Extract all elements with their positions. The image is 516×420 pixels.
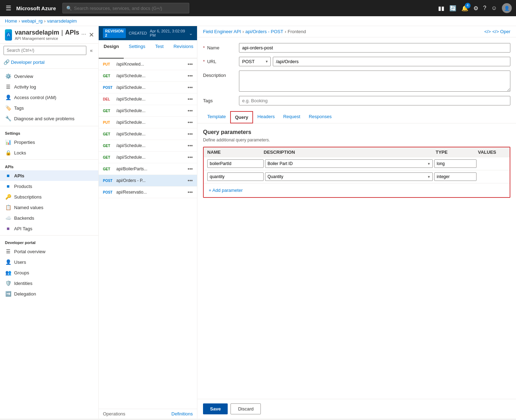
breadcrumb-api[interactable]: Field Engineer API: [203, 29, 241, 34]
api-more-icon[interactable]: •••: [188, 131, 193, 137]
properties-icon: 📊: [5, 139, 11, 145]
sidebar-item-properties[interactable]: 📊 Properties: [0, 137, 98, 147]
param-row: Quantity: [204, 170, 510, 183]
tab-responses[interactable]: Responses: [305, 111, 336, 123]
api-list-item[interactable]: POST /api/Schedule... •••: [99, 82, 197, 93]
dev-portal-link[interactable]: 🔗 Developer portal: [0, 57, 98, 67]
param-desc-select[interactable]: Boiler Part ID: [265, 159, 433, 168]
api-list-item[interactable]: GET /api/Schedule... •••: [99, 140, 197, 152]
open-button[interactable]: </> </> Oper: [484, 29, 510, 34]
notifications-icon[interactable]: 🔔 4: [461, 5, 468, 12]
param-desc-select[interactable]: Quantity: [265, 172, 433, 181]
api-list-item[interactable]: POST api/Reservatio... •••: [99, 187, 197, 198]
discard-button[interactable]: Discard: [231, 403, 261, 414]
sidebar-item-groups[interactable]: 👥 Groups: [0, 267, 98, 278]
sidebar-item-tags[interactable]: 🏷️ Tags: [0, 103, 98, 113]
inner-tabs: Template Query Headers Request Responses: [197, 111, 516, 123]
sidebar-item-users[interactable]: 👤 Users: [0, 257, 98, 267]
revision-bar: REVISION 2 CREATED Apr 6, 2021, 3:02:09 …: [99, 26, 197, 40]
definitions-link[interactable]: Definitions: [171, 411, 193, 416]
revision-chevron-icon[interactable]: ⌄: [189, 31, 193, 36]
feedback-icon[interactable]: ☺: [491, 5, 497, 11]
tab-request[interactable]: Request: [279, 111, 304, 123]
separator-devportal: [0, 235, 98, 236]
sidebar-item-products[interactable]: ■ Products: [0, 181, 98, 191]
sidebar-item-portal-overview[interactable]: ☰ Portal overview: [0, 246, 98, 257]
api-more-icon[interactable]: •••: [188, 73, 193, 79]
api-list-item[interactable]: GET /api/Schedule... •••: [99, 105, 197, 117]
api-more-icon[interactable]: •••: [188, 154, 193, 160]
sidebar-item-delegation[interactable]: ➡️ Delegation: [0, 288, 98, 299]
close-button[interactable]: ✕: [89, 31, 94, 39]
api-more-icon[interactable]: •••: [188, 166, 193, 172]
breadcrumb-rg[interactable]: webapi_rg: [22, 18, 43, 24]
api-list-item[interactable]: GET api/BoilerParts... •••: [99, 163, 197, 175]
breadcrumb-operation[interactable]: api/Orders - POST: [245, 29, 283, 34]
tab-settings[interactable]: Settings: [124, 40, 150, 59]
api-more-icon[interactable]: •••: [188, 189, 193, 195]
api-more-icon[interactable]: •••: [188, 120, 193, 125]
separator-apis: [0, 159, 98, 160]
portal-settings-icon[interactable]: 🔄: [449, 5, 456, 12]
param-type-input[interactable]: [434, 159, 477, 168]
diagnose-icon: 🔧: [5, 116, 11, 121]
param-name-input[interactable]: [207, 159, 264, 168]
tab-headers[interactable]: Headers: [253, 111, 279, 123]
url-path-input[interactable]: [273, 57, 510, 66]
api-list-item[interactable]: DEL /api/Schedule... •••: [99, 93, 197, 105]
api-list-item[interactable]: PUT /api/Schedule... •••: [99, 117, 197, 128]
add-parameter-button[interactable]: + Add parameter: [205, 185, 508, 196]
sidebar: A vanarsdelapim | APIs ... API Managemen…: [0, 26, 99, 419]
sidebar-item-overview[interactable]: ⚙️ Overview: [0, 71, 98, 81]
param-name-input[interactable]: [207, 172, 264, 181]
api-more-icon[interactable]: •••: [188, 61, 193, 67]
api-list-item[interactable]: GET /api/Schedule... •••: [99, 70, 197, 82]
api-list-item[interactable]: GET /api/Schedule... •••: [99, 128, 197, 140]
tab-template[interactable]: Template: [203, 111, 230, 123]
breadcrumb-home[interactable]: Home: [5, 18, 17, 24]
save-button[interactable]: Save: [203, 403, 228, 414]
settings-icon[interactable]: ⚙: [473, 5, 478, 12]
operations-label[interactable]: Operations: [103, 411, 125, 416]
sidebar-item-activity-log[interactable]: ☰ Activity log: [0, 81, 98, 92]
sidebar-collapse-button[interactable]: «: [88, 47, 95, 54]
api-more-icon[interactable]: •••: [188, 85, 193, 90]
sidebar-item-subscriptions[interactable]: 🔑 Subscriptions: [0, 191, 98, 202]
sidebar-search-input[interactable]: [4, 46, 86, 55]
api-more-icon[interactable]: •••: [188, 178, 193, 183]
sidebar-item-api-tags[interactable]: ■ API Tags: [0, 223, 98, 234]
sidebar-item-diagnose[interactable]: 🔧 Diagnose and solve problems: [0, 113, 98, 124]
sidebar-item-locks[interactable]: 🔒 Locks: [0, 147, 98, 158]
sidebar-item-apis[interactable]: ■ APIs: [0, 170, 98, 181]
hamburger-icon[interactable]: ☰: [4, 3, 13, 13]
tab-query[interactable]: Query: [230, 111, 253, 123]
name-input[interactable]: [239, 43, 510, 53]
api-list-item[interactable]: PUT /api/Knowled... •••: [99, 59, 197, 70]
description-textarea[interactable]: [239, 71, 510, 92]
tags-row: Tags: [203, 96, 510, 105]
api-list-item-selected[interactable]: POST api/Orders - P... •••: [99, 175, 197, 187]
users-icon: 👤: [5, 259, 11, 265]
sidebar-item-backends[interactable]: ☁️ Backends: [0, 213, 98, 223]
api-list-item[interactable]: GET /api/Schedule... •••: [99, 152, 197, 163]
sidebar-item-identities[interactable]: 🛡️ Identities: [0, 278, 98, 288]
tab-design[interactable]: Design: [99, 40, 124, 59]
api-path: /api/Schedule...: [116, 143, 185, 148]
help-icon[interactable]: ?: [483, 5, 486, 11]
tags-input[interactable]: [239, 96, 510, 105]
url-method-select[interactable]: POST GET PUT DELETE: [239, 57, 271, 66]
param-type-input[interactable]: [434, 172, 477, 181]
api-more-icon[interactable]: •••: [188, 108, 193, 114]
api-more-icon[interactable]: •••: [188, 143, 193, 148]
sidebar-item-named-values[interactable]: 📋 Named values: [0, 202, 98, 213]
page-more-icon[interactable]: ...: [81, 30, 86, 36]
api-more-icon[interactable]: •••: [188, 96, 193, 102]
sidebar-item-access-control[interactable]: 👤 Access control (IAM): [0, 92, 98, 103]
tab-test[interactable]: Test: [150, 40, 168, 59]
tab-revisions[interactable]: Revisions: [168, 40, 198, 59]
search-input[interactable]: [74, 6, 185, 11]
breadcrumb: Home › webapi_rg › vanarsdelapim: [0, 16, 516, 26]
breadcrumb-service[interactable]: vanarsdelapim: [47, 18, 77, 24]
cloud-shell-icon[interactable]: ▮▮: [438, 5, 444, 12]
avatar[interactable]: 👤: [502, 3, 512, 13]
